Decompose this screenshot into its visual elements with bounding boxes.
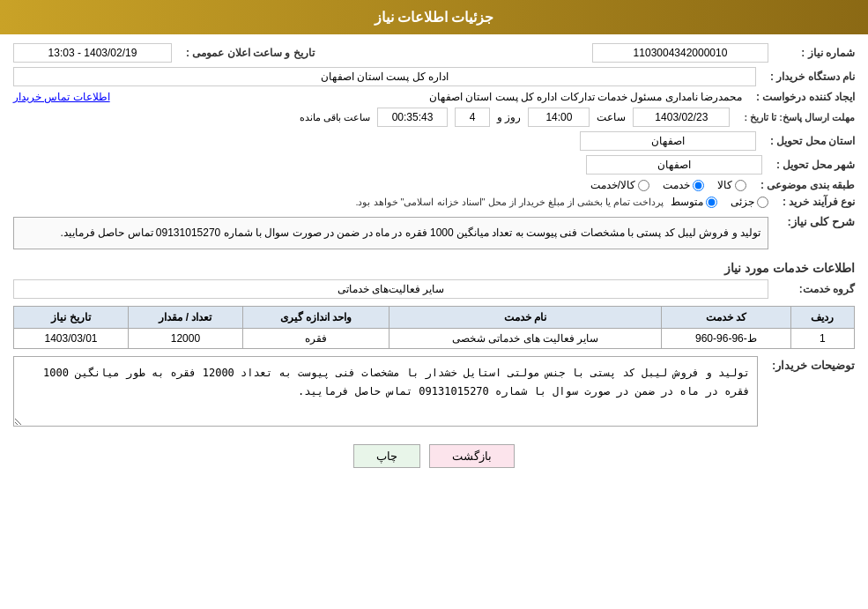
announce-date-input[interactable]: [13, 43, 172, 63]
col-service-code: کد خدمت: [662, 307, 790, 329]
col-row-num: ردیف: [790, 307, 854, 329]
print-button[interactable]: چاپ: [353, 444, 420, 468]
deadline-remaining-input[interactable]: [377, 108, 448, 127]
page-title: جزئیات اطلاعات نیاز: [375, 10, 494, 25]
bottom-buttons: بازگشت چاپ: [13, 434, 855, 479]
main-content: شماره نیاز : تاریخ و ساعت اعلان عمومی : …: [0, 34, 868, 487]
category-radio-both[interactable]: کالا/خدمت: [590, 179, 649, 191]
cell-service-name: سایر فعالیت های خدماتی شخصی: [389, 329, 662, 349]
procurement-radio-group: جزئی متوسط: [671, 196, 768, 208]
deadline-remaining-label: ساعت باقی مانده: [300, 112, 370, 123]
cell-service-code: ط-96-96-960: [662, 329, 790, 349]
table-row: 1 ط-96-96-960 سایر فعالیت های خدماتی شخص…: [14, 329, 855, 349]
creator-link[interactable]: اطلاعات تماس خریدار: [13, 91, 110, 103]
org-name-input[interactable]: [13, 67, 756, 86]
buyer-description-label: توضیحات خریدار:: [765, 356, 855, 372]
need-number-label: شماره نیاز :: [775, 47, 855, 59]
need-number-input[interactable]: [592, 43, 768, 63]
col-quantity: تعداد / مقدار: [128, 307, 242, 329]
category-radio-service[interactable]: خدمت: [663, 179, 704, 191]
province-input[interactable]: [580, 131, 756, 151]
col-service-name: نام خدمت: [389, 307, 662, 329]
creator-value: محمدرضا نامداری مسئول خدمات تداركات ادار…: [117, 91, 742, 103]
page-wrapper: جزئیات اطلاعات نیاز شماره نیاز : تاریخ و…: [0, 0, 868, 609]
buyer-description-textarea[interactable]: تولید و فروش لیبل کد پستی با جنس مولتی ا…: [13, 356, 758, 427]
category-radio-goods[interactable]: کالا: [717, 179, 746, 191]
description-section-title: شرح کلی نیاز:: [775, 212, 855, 228]
cell-row-num: 1: [790, 329, 854, 349]
deadline-time-input[interactable]: [528, 108, 590, 127]
creator-label: ایجاد کننده درخواست :: [749, 91, 855, 103]
org-name-label: نام دستگاه خریدار :: [763, 71, 855, 83]
deadline-time-label: ساعت: [597, 111, 626, 123]
services-section-title: اطلاعات خدمات مورد نیاز: [13, 261, 855, 275]
procurement-note: پرداخت تمام یا بخشی از مبلغ خریدار از مح…: [355, 197, 664, 208]
procurement-label: نوع فرآیند خرید :: [775, 196, 855, 208]
announce-date-label: تاریخ و ساعت اعلان عمومی :: [179, 47, 315, 59]
service-group-label: گروه خدمت:: [775, 283, 855, 295]
procurement-radio-medium[interactable]: متوسط: [671, 196, 717, 208]
city-label: شهر محل تحویل :: [769, 159, 855, 171]
deadline-date-input[interactable]: [633, 108, 730, 127]
deadline-label: مهلت ارسال پاسخ: تا تاریخ :: [737, 112, 855, 123]
deadline-days-input[interactable]: [455, 108, 490, 127]
category-radio-group: کالا خدمت کالا/خدمت: [590, 179, 746, 191]
service-group-input[interactable]: [13, 279, 768, 299]
page-header: جزئیات اطلاعات نیاز: [0, 0, 868, 34]
col-need-date: تاریخ نیاز: [14, 307, 129, 329]
description-text: تولید و فروش لیبل کد پستی با مشخصات فنی …: [13, 217, 768, 249]
cell-need-date: 1403/03/01: [14, 329, 129, 349]
procurement-radio-partial[interactable]: جزئی: [731, 196, 768, 208]
category-label: طبقه بندی موضوعی :: [753, 179, 855, 191]
deadline-days-label: روز و: [497, 111, 521, 123]
cell-unit: فقره: [242, 329, 389, 349]
back-button[interactable]: بازگشت: [429, 444, 515, 468]
col-unit: واحد اندازه گیری: [242, 307, 389, 329]
services-table: ردیف کد خدمت نام خدمت واحد اندازه گیری ت…: [13, 306, 855, 349]
city-input[interactable]: [586, 155, 762, 175]
cell-quantity: 12000: [128, 329, 242, 349]
province-label: استان محل تحویل :: [763, 135, 855, 147]
